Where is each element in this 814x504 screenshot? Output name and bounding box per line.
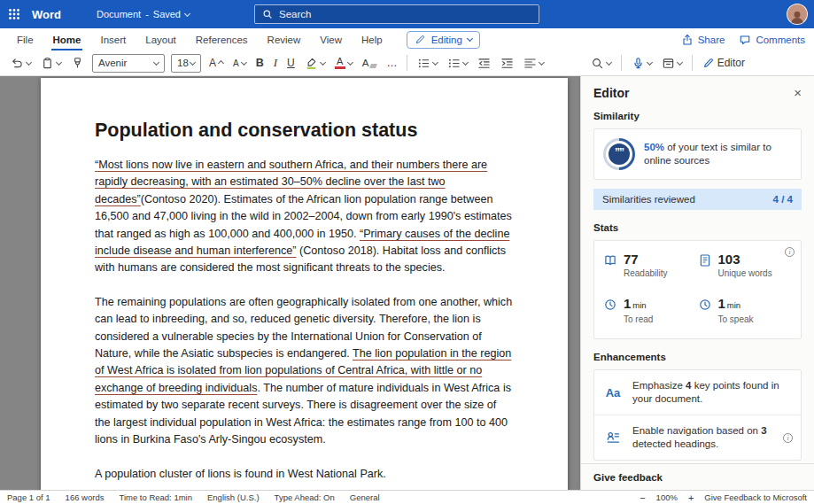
tab-references[interactable]: References bbox=[186, 28, 258, 50]
chevron-down-icon bbox=[190, 58, 196, 65]
close-icon[interactable]: × bbox=[794, 87, 802, 99]
comments-button[interactable]: Comments bbox=[739, 34, 805, 46]
highlight-color-button[interactable] bbox=[303, 55, 327, 72]
body-text: A population cluster of lions is found i… bbox=[95, 468, 386, 480]
italic-icon: I bbox=[274, 56, 277, 70]
chevron-down-icon bbox=[677, 58, 683, 65]
tab-help[interactable]: Help bbox=[352, 28, 392, 50]
tab-insert[interactable]: Insert bbox=[90, 28, 136, 50]
designer-button[interactable] bbox=[660, 55, 684, 72]
zoom-in-button[interactable]: + bbox=[688, 493, 694, 502]
clock-icon bbox=[603, 298, 617, 312]
title-separator: - bbox=[145, 9, 149, 19]
shrink-font-button[interactable]: A bbox=[231, 57, 248, 70]
word-count[interactable]: 166 words bbox=[66, 492, 105, 502]
similarities-reviewed-bar[interactable]: Similarities reviewed 4 / 4 bbox=[593, 189, 802, 210]
word-app-window: Word Document - Saved Search File Home I… bbox=[0, 0, 814, 504]
type-ahead-indicator[interactable]: Type Ahead: On bbox=[275, 492, 335, 502]
underline-icon: U bbox=[287, 57, 295, 69]
chevron-down-icon bbox=[320, 58, 326, 65]
dictate-button[interactable] bbox=[630, 55, 654, 72]
similarities-reviewed-value: 4 / 4 bbox=[773, 194, 793, 205]
chevron-down-icon bbox=[26, 58, 32, 65]
more-font-options-button[interactable]: … bbox=[384, 55, 399, 71]
enhancement-emphasize[interactable]: Aa Emphasize 4 key points found in your … bbox=[594, 370, 801, 415]
stat-value: 77 bbox=[624, 253, 667, 265]
bullets-button[interactable] bbox=[415, 55, 439, 72]
font-size-select[interactable]: 18 bbox=[171, 54, 201, 73]
app-launcher-button[interactable] bbox=[0, 0, 28, 28]
editor-button-label: Editor bbox=[717, 57, 745, 69]
tab-review[interactable]: Review bbox=[258, 28, 311, 50]
find-button[interactable] bbox=[589, 55, 613, 72]
search-icon bbox=[591, 57, 604, 70]
info-icon[interactable]: i bbox=[785, 247, 795, 257]
font-name-value: Avenir bbox=[98, 58, 127, 68]
pencil-icon bbox=[415, 34, 426, 45]
undo-button[interactable] bbox=[9, 55, 33, 72]
tab-view[interactable]: View bbox=[310, 28, 352, 50]
grow-font-button[interactable]: A bbox=[207, 55, 225, 71]
increase-indent-button[interactable] bbox=[499, 55, 516, 72]
italic-button[interactable]: I bbox=[272, 54, 279, 72]
chevron-down-icon[interactable] bbox=[184, 10, 190, 16]
stat-value: 103 bbox=[718, 253, 772, 265]
align-button[interactable] bbox=[522, 55, 546, 72]
document-page[interactable]: Population and conservation status “Most… bbox=[41, 78, 568, 490]
stat-value: 1min bbox=[624, 298, 653, 311]
bold-icon: B bbox=[256, 57, 264, 69]
paste-button[interactable] bbox=[39, 55, 63, 72]
underline-button[interactable]: U bbox=[285, 55, 297, 71]
tab-home[interactable]: Home bbox=[43, 28, 91, 50]
format-painter-icon bbox=[71, 57, 84, 70]
search-input[interactable]: Search bbox=[254, 4, 539, 24]
tab-file[interactable]: File bbox=[7, 28, 43, 50]
chevron-down-icon bbox=[347, 58, 353, 65]
document-name[interactable]: Document bbox=[97, 9, 141, 19]
enhancement-navigation[interactable]: Enable navigation based on 3 detected he… bbox=[594, 415, 801, 460]
eraser-icon bbox=[369, 64, 377, 68]
info-icon[interactable]: i bbox=[783, 433, 793, 443]
stat-label: To speak bbox=[718, 314, 754, 324]
paragraph-3: A population cluster of lions is found i… bbox=[95, 466, 514, 483]
toolbar-divider bbox=[621, 55, 622, 71]
editor-panel-title: Editor bbox=[593, 86, 629, 100]
clear-formatting-button[interactable]: A bbox=[360, 56, 379, 70]
font-color-button[interactable]: A bbox=[333, 55, 354, 71]
general-indicator[interactable]: General bbox=[350, 492, 380, 502]
stats-section-label: Stats bbox=[593, 222, 802, 233]
clock-icon bbox=[698, 298, 712, 312]
font-name-select[interactable]: Avenir bbox=[92, 54, 165, 73]
zoom-level[interactable]: 100% bbox=[656, 492, 678, 502]
stat-label: Readability bbox=[624, 268, 667, 278]
chevron-down-icon bbox=[606, 58, 612, 65]
language-indicator[interactable]: English (U.S.) bbox=[207, 492, 260, 502]
similarity-card[interactable]: ”” 50% of your text is similar to online… bbox=[593, 128, 802, 180]
grow-font-icon: A bbox=[209, 57, 216, 69]
stats-card: i 77 Readability 103 Unique words bbox=[593, 240, 802, 339]
format-painter-button[interactable] bbox=[69, 55, 86, 72]
designer-icon bbox=[662, 57, 675, 70]
feedback-link[interactable]: Give Feedback to Microsoft bbox=[704, 492, 807, 502]
tab-layout[interactable]: Layout bbox=[136, 28, 186, 50]
profile-avatar[interactable] bbox=[787, 4, 808, 25]
editor-panel-header: Editor × bbox=[593, 86, 802, 100]
decrease-indent-button[interactable] bbox=[476, 55, 492, 72]
save-status[interactable]: Saved bbox=[153, 9, 181, 19]
document-title-group[interactable]: Document - Saved bbox=[97, 9, 190, 19]
toolbar-divider bbox=[692, 55, 693, 71]
bold-button[interactable]: B bbox=[254, 55, 266, 71]
editor-button[interactable]: Editor bbox=[701, 55, 747, 71]
document-canvas: Population and conservation status “Most… bbox=[0, 76, 580, 490]
give-feedback-section[interactable]: Give feedback bbox=[581, 463, 814, 483]
chevron-down-icon bbox=[153, 58, 159, 65]
share-button[interactable]: Share bbox=[681, 34, 725, 46]
numbering-button[interactable] bbox=[446, 55, 469, 72]
chevron-down-icon bbox=[56, 58, 62, 65]
editing-mode-dropdown[interactable]: Editing bbox=[407, 31, 480, 49]
page-indicator[interactable]: Page 1 of 1 bbox=[7, 492, 50, 502]
editor-panel: Editor × Similarity ”” 50% of your text … bbox=[580, 76, 814, 490]
paragraph-2: The remaining populations are often geog… bbox=[95, 294, 514, 449]
zoom-out-button[interactable]: − bbox=[640, 493, 645, 502]
ellipsis-icon: … bbox=[386, 57, 397, 69]
